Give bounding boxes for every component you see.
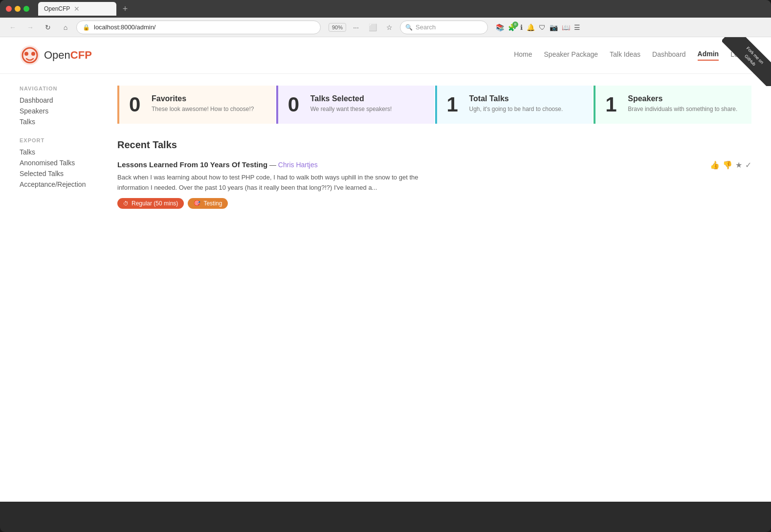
address-bar[interactable]: 🔒 localhost:8000/admin/ [76,21,321,34]
reader-icon[interactable]: 📖 [562,23,570,31]
sidebar-link-dashboard[interactable]: Dashboard [20,96,53,104]
logo[interactable]: OpenCFP [20,45,92,66]
title-bar: OpenCFP ✕ + [0,0,771,18]
sidebar-link-export-talks[interactable]: Talks [20,148,35,156]
talk-speaker[interactable]: Chris Hartjes [278,161,318,169]
logo-text: OpenCFP [44,49,92,62]
talk-title[interactable]: Lessons Learned From 10 Years Of Testing [117,160,267,169]
tag-testing[interactable]: 🎯 Testing [188,198,228,209]
forward-button[interactable]: → [23,21,37,34]
stat-favorites-title: Favorites [152,94,254,103]
new-tab-button[interactable]: + [118,2,132,16]
svg-point-2 [24,52,28,56]
sidebar-item-talks[interactable]: Talks [20,118,108,126]
sidebar-export-talks[interactable]: Talks [20,148,108,156]
talk-tags: ⏱ Regular (50 mins) 🎯 Testing [117,198,751,209]
tab-close-button[interactable]: ✕ [74,5,80,13]
talk-description: Back when I was learning about how to te… [117,173,450,193]
app-content: Fork me onGitHub OpenCFP Home [0,37,771,502]
sidebar-link-talks[interactable]: Talks [20,118,35,126]
sidebar-export-acceptance[interactable]: Acceptance/Rejection [20,180,108,188]
talk-header: Lessons Learned From 10 Years Of Testing… [117,160,751,170]
talk-rating: 👍 👎 ★ ✓ [710,160,751,170]
sidebar-item-speakers[interactable]: Speakers [20,107,108,115]
stat-total-talks-desc: Ugh, it's going to be hard to choose. [469,105,563,113]
pocket-icon[interactable]: ⬜ [366,21,379,34]
clock-icon: ⏱ [123,200,129,206]
sidebar-export-selected-talks[interactable]: Selected Talks [20,170,108,177]
svg-point-3 [31,52,35,56]
thumbs-down-icon[interactable]: 👎 [723,160,732,170]
stat-favorites-desc: These look awesome! How to choose!? [152,105,254,113]
sidebar-nav-links: Dashboard Speakers Talks [20,96,108,126]
bookmark-icon[interactable]: ☆ [382,21,396,34]
sidebar-link-acceptance[interactable]: Acceptance/Rejection [20,180,86,188]
search-bar[interactable]: 🔍 Search [400,21,488,34]
sidebar-navigation-title: NAVIGATION [20,86,108,91]
minimize-button[interactable] [15,6,21,12]
stat-speakers-desc: Brave individuals with something to shar… [628,105,737,113]
close-button[interactable] [6,6,12,12]
screenshots-icon[interactable]: 📷 [550,23,558,31]
sidebar-link-anon-talks[interactable]: Anonomised Talks [20,159,75,167]
sidebar-link-speakers[interactable]: Speakers [20,107,48,115]
active-tab[interactable]: OpenCFP ✕ [38,2,116,16]
sidebar: NAVIGATION Dashboard Speakers Talks EXPO… [20,86,108,219]
stat-favorites: 0 Favorites These look awesome! How to c… [117,86,275,124]
talk-speaker-separator: — [269,161,278,169]
nav-tools: 90% ··· ⬜ ☆ [329,21,396,34]
stats-row: 0 Favorites These look awesome! How to c… [117,86,751,124]
nav-home[interactable]: Home [514,50,532,60]
logo-icon [20,45,40,66]
main-content: 0 Favorites These look awesome! How to c… [108,86,751,219]
sidebar-link-selected-talks[interactable]: Selected Talks [20,170,64,177]
stat-total-talks-number: 1 [447,94,462,115]
security-icon[interactable]: 🛡 [539,23,546,31]
talk-title-line: Lessons Learned From 10 Years Of Testing… [117,160,318,169]
tag-regular[interactable]: ⏱ Regular (50 mins) [117,198,184,209]
sidebar-export-anon-talks[interactable]: Anonomised Talks [20,159,108,167]
check-icon[interactable]: ✓ [745,160,751,170]
stat-talks-selected-title: Talks Selected [310,94,392,103]
nav-speaker-package[interactable]: Speaker Package [544,50,598,60]
thumbs-up-icon[interactable]: 👍 [710,160,720,170]
traffic-lights [6,6,29,12]
home-button[interactable]: ⌂ [59,21,72,34]
library-icon[interactable]: 📚 [496,23,504,31]
content-area: NAVIGATION Dashboard Speakers Talks EXPO… [0,74,771,230]
stat-speakers-number: 1 [605,94,620,115]
tab-bar: OpenCFP ✕ + [38,2,765,16]
extensions-icon[interactable]: 🧩 8 [508,23,516,31]
notifications-icon[interactable]: 🔔 [527,23,535,31]
stat-favorites-number: 0 [129,94,144,115]
back-button[interactable]: ← [6,21,20,34]
stat-talks-selected-info: Talks Selected We really want these spea… [310,94,392,113]
talk-card: Lessons Learned From 10 Years Of Testing… [117,160,751,209]
stat-speakers-info: Speakers Brave individuals with somethin… [628,94,737,113]
sidebar-export-links: Talks Anonomised Talks Selected Talks Ac… [20,148,108,188]
app-header: OpenCFP Home Speaker Package Talk Ideas … [0,37,771,74]
nav-talk-ideas[interactable]: Talk Ideas [610,50,640,60]
sidebar-item-dashboard[interactable]: Dashboard [20,96,108,104]
stat-total-talks: 1 Total Talks Ugh, it's going to be hard… [435,86,593,124]
stat-speakers: 1 Speakers Brave individuals with someth… [594,86,751,124]
more-options-button[interactable]: ··· [349,21,363,34]
star-icon[interactable]: ★ [735,160,742,170]
tag-regular-label: Regular (50 mins) [132,200,178,207]
stat-total-talks-info: Total Talks Ugh, it's going to be hard t… [469,94,563,113]
nav-admin[interactable]: Admin [698,50,719,61]
info-icon[interactable]: ℹ [520,23,523,31]
menu-icon[interactable]: ☰ [574,23,580,31]
refresh-button[interactable]: ↻ [41,21,55,34]
stat-talks-selected-desc: We really want these speakers! [310,105,392,113]
maximize-button[interactable] [23,6,29,12]
nav-bar: ← → ↻ ⌂ 🔒 localhost:8000/admin/ 90% ··· … [0,18,771,37]
fork-ribbon[interactable]: Fork me onGitHub [722,37,771,86]
browser-window: OpenCFP ✕ + ← → ↻ ⌂ 🔒 localhost:8000/adm… [0,0,771,532]
tag-testing-label: Testing [203,200,222,207]
stat-speakers-title: Speakers [628,94,737,103]
extension-badge: 8 [512,22,518,27]
stat-talks-selected-number: 0 [288,94,303,115]
url-text: localhost:8000/admin/ [94,23,314,31]
nav-dashboard[interactable]: Dashboard [652,50,686,60]
